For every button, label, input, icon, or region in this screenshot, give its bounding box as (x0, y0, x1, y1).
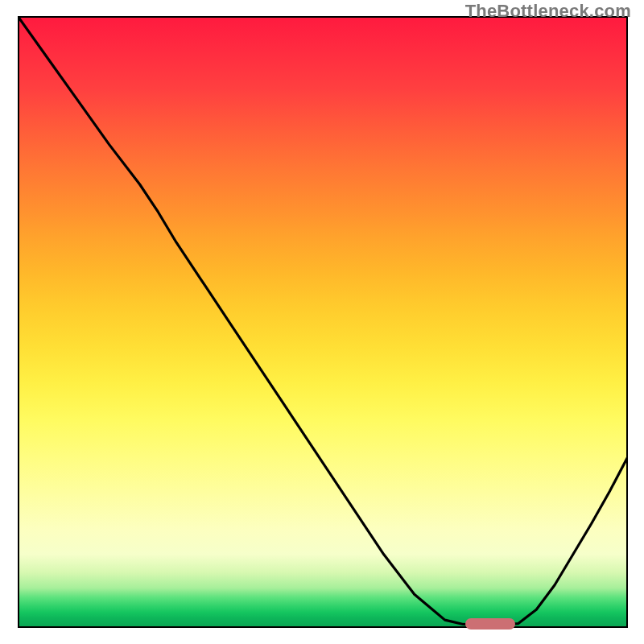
chart-stage: TheBottleneck.com (0, 0, 644, 644)
bottleneck-curve (18, 16, 628, 628)
plot-area (18, 16, 628, 628)
optimal-point-marker-icon (465, 618, 515, 630)
watermark-text: TheBottleneck.com (465, 1, 631, 22)
